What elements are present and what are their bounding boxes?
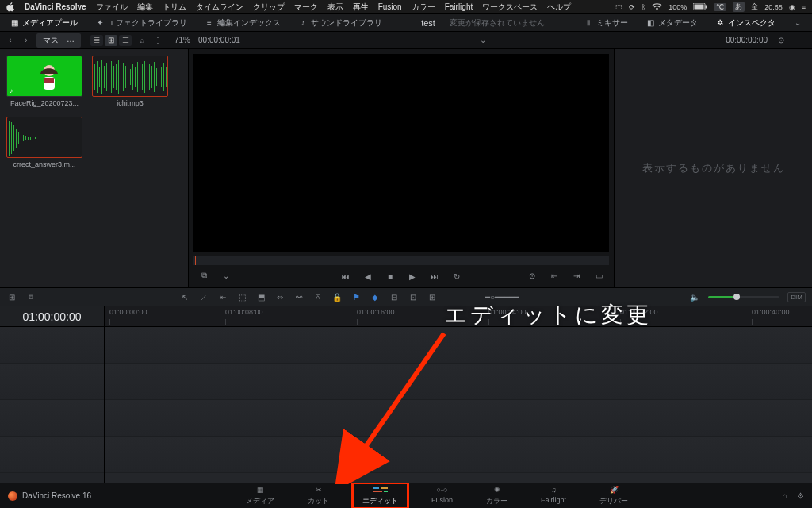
- inspector-toggle[interactable]: ✲インスペクタ: [710, 16, 780, 30]
- menu-mark[interactable]: マーク: [294, 2, 318, 13]
- mark-out-icon[interactable]: ⇥: [571, 270, 582, 281]
- apple-icon[interactable]: [6, 2, 15, 12]
- menu-edit[interactable]: 編集: [137, 2, 153, 13]
- magnet-icon[interactable]: ⩞: [312, 291, 324, 302]
- menu-fusion[interactable]: Fusion: [378, 2, 402, 11]
- tab-media[interactable]: ▦メディア: [236, 483, 284, 508]
- menu-clip[interactable]: クリップ: [253, 2, 285, 13]
- menu-help[interactable]: ヘルプ: [547, 2, 571, 13]
- svg-rect-26: [140, 68, 140, 86]
- clip-ichi[interactable]: ichi.mp3: [92, 56, 168, 107]
- speaker-icon[interactable]: 🔈: [689, 291, 700, 302]
- replace-icon[interactable]: ⬒: [255, 291, 266, 302]
- tab-fusion[interactable]: ○-○Fusion: [422, 483, 462, 508]
- insert-icon[interactable]: ⇤: [217, 291, 228, 302]
- viewer-canvas[interactable]: [193, 54, 609, 252]
- timeline-timecode[interactable]: 01:00:00:00: [0, 306, 105, 326]
- nav-fwd[interactable]: ›: [21, 35, 32, 46]
- prev-frame-button[interactable]: ◀: [362, 271, 373, 282]
- track-headers[interactable]: [0, 327, 105, 483]
- view-list[interactable]: ≣: [90, 35, 103, 46]
- wifi-icon[interactable]: [652, 3, 662, 10]
- lock-icon[interactable]: 🔒: [331, 291, 343, 302]
- zoom-slider[interactable]: ━○━━━━━: [485, 293, 519, 302]
- media-pool[interactable]: ♪ FaceRig_20200723... ichi.mp3 crrect_an…: [0, 49, 189, 287]
- expand-toggle[interactable]: ⌄: [788, 17, 807, 29]
- zoom-value[interactable]: 71%: [174, 36, 190, 44]
- zoom-fit-icon[interactable]: ⊡: [408, 291, 419, 302]
- metadata-toggle[interactable]: ◧メタデータ: [641, 16, 703, 30]
- siri-icon[interactable]: ◉: [789, 3, 795, 11]
- viewer-scrubber[interactable]: [193, 256, 609, 265]
- volume-slider[interactable]: [708, 296, 779, 298]
- record-icon[interactable]: ⊙: [776, 35, 787, 46]
- menu-workspace[interactable]: ワークスペース: [482, 2, 538, 13]
- ime-badge-2[interactable]: あ: [733, 2, 745, 12]
- ruler-ticks[interactable]: 01:00:00:00 01:00:08:00 01:00:16:00 01:0…: [105, 306, 812, 326]
- effects-toggle[interactable]: ✦エフェクトライブラリ: [90, 16, 192, 30]
- menu-fairlight[interactable]: Fairlight: [445, 2, 473, 11]
- view-strip[interactable]: ☰: [119, 35, 132, 46]
- zoom-out-icon[interactable]: ⊟: [389, 291, 400, 302]
- blade-tool-icon[interactable]: ⟋: [198, 291, 209, 302]
- notifications-icon[interactable]: ≡: [802, 3, 806, 11]
- pointer-tool-icon[interactable]: ↖: [179, 291, 190, 302]
- match-frame-icon[interactable]: ⊙: [527, 270, 538, 281]
- sync-icon[interactable]: ⟳: [629, 3, 635, 11]
- tab-deliver[interactable]: 🚀デリバー: [590, 483, 638, 508]
- options-icon[interactable]: ▭: [593, 270, 604, 281]
- loop-button[interactable]: ↻: [451, 271, 462, 282]
- mixer-toggle[interactable]: ⫴ミキサー: [579, 16, 633, 30]
- settings-icon[interactable]: ⚙: [797, 491, 804, 500]
- track-area[interactable]: [105, 327, 812, 483]
- menu-trim[interactable]: トリム: [163, 2, 186, 13]
- home-icon[interactable]: ⌂: [783, 491, 787, 500]
- menu-view[interactable]: 表示: [327, 2, 343, 13]
- music-icon: ♪: [298, 18, 308, 28]
- battery-icon[interactable]: [693, 3, 707, 10]
- marker-icon[interactable]: ◆: [370, 291, 381, 302]
- ripple-icon[interactable]: ⇔: [274, 291, 285, 302]
- menu-timeline[interactable]: タイムライン: [196, 2, 243, 13]
- stop-button[interactable]: ■: [385, 271, 396, 282]
- flag-icon[interactable]: ⚑: [350, 291, 362, 302]
- mediapool-toggle[interactable]: ▦メディアプール: [5, 16, 82, 30]
- zoom-in-icon[interactable]: ⊞: [427, 291, 438, 302]
- dim-button[interactable]: DIM: [787, 292, 806, 302]
- crop-icon[interactable]: ⧉: [198, 270, 209, 281]
- editindex-toggle[interactable]: ≡編集インデックス: [200, 16, 285, 30]
- view-grid[interactable]: ⊞: [105, 35, 117, 46]
- next-frame-button[interactable]: ⏭: [429, 271, 440, 282]
- svg-rect-3: [706, 6, 707, 9]
- bluetooth-icon[interactable]: ᛒ: [642, 3, 645, 11]
- menu-play[interactable]: 再生: [353, 2, 369, 13]
- chevron-down-icon[interactable]: ⌄: [220, 270, 232, 281]
- tab-edit[interactable]: エディット: [353, 483, 408, 508]
- brand-label: DaVinci Resolve 16: [22, 491, 91, 500]
- dropbox-icon[interactable]: ⬚: [615, 3, 622, 11]
- link-icon[interactable]: ⚯: [293, 291, 304, 302]
- mark-in-icon[interactable]: ⇤: [549, 270, 560, 281]
- more-icon[interactable]: ⋯: [795, 35, 806, 46]
- first-frame-button[interactable]: ⏮: [340, 271, 351, 282]
- tab-cut[interactable]: ✂カット: [298, 483, 339, 508]
- nav-back[interactable]: ‹: [5, 35, 16, 46]
- search-icon[interactable]: ⌕: [136, 35, 147, 46]
- play-button[interactable]: ▶: [407, 271, 418, 282]
- clip-correct-answer[interactable]: crrect_answer3.m...: [6, 117, 82, 168]
- ime-badge-1[interactable]: ℃: [714, 3, 726, 11]
- sort-icon[interactable]: ⋮: [152, 35, 163, 46]
- clip-facerig[interactable]: ♪ FaceRig_20200723...: [6, 56, 82, 107]
- tab-fairlight[interactable]: ♫Fairlight: [531, 483, 576, 508]
- soundlib-toggle[interactable]: ♪サウンドライブラリ: [293, 16, 387, 30]
- menu-color[interactable]: カラー: [412, 2, 435, 13]
- menu-app[interactable]: DaVinci Resolve: [25, 2, 86, 11]
- viewer-menu-icon[interactable]: ⌄: [477, 35, 488, 46]
- bin-crumb[interactable]: マス: [36, 33, 81, 48]
- timeline[interactable]: [0, 327, 812, 483]
- tab-color[interactable]: ✺カラー: [477, 483, 517, 508]
- tl-view-icon[interactable]: ⧈: [25, 291, 36, 302]
- overwrite-icon[interactable]: ⬚: [236, 291, 247, 302]
- menu-file[interactable]: ファイル: [96, 2, 128, 13]
- tl-options-icon[interactable]: ⊞: [6, 291, 17, 302]
